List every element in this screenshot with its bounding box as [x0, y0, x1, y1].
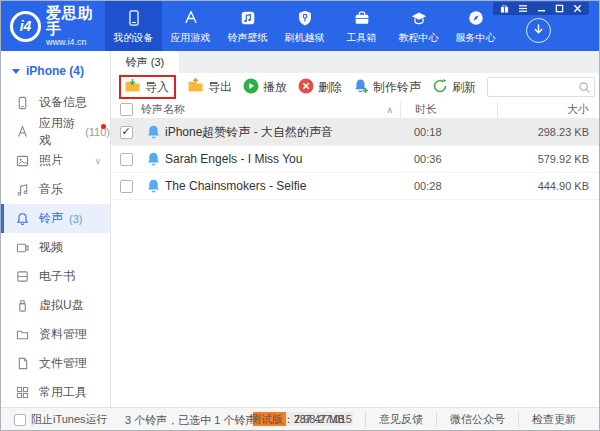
- import-button[interactable]: 导入: [119, 75, 176, 99]
- sidebar: iPhone (4) 设备信息 应用游戏 (110) 照片 ∨ 音乐 铃声 (3…: [1, 51, 111, 407]
- close-icon[interactable]: [573, 4, 582, 13]
- app-logo: i4 爱思助手 www.i4.cn: [1, 1, 105, 51]
- sidebar-item-photos[interactable]: 照片 ∨: [1, 146, 110, 175]
- sort-ascending-icon[interactable]: ∧: [386, 105, 393, 115]
- download-manager-button[interactable]: [526, 18, 551, 43]
- service-compass-icon: [467, 8, 485, 28]
- window-controls: [493, 2, 589, 15]
- jailbreak-shield-icon: [296, 8, 314, 28]
- refresh-icon: [432, 78, 448, 97]
- music-icon: [15, 182, 30, 197]
- ringtone-duration: 00:36: [400, 153, 497, 165]
- ringtone-name: Sarah Engels - I Miss You: [165, 152, 400, 166]
- maximize-icon[interactable]: [555, 4, 564, 13]
- ringtone-duration: 00:18: [400, 126, 497, 138]
- nav-apps-games[interactable]: 应用游戏: [162, 1, 219, 51]
- main-nav: 我的设备 应用游戏 铃声壁纸 刷机越狱 工具箱: [105, 1, 504, 51]
- nav-my-device[interactable]: 我的设备: [105, 1, 162, 51]
- nav-tutorial-center[interactable]: 教程中心: [390, 1, 447, 51]
- appstore-icon: [182, 8, 200, 28]
- import-icon: [124, 78, 141, 96]
- delete-button[interactable]: 删除: [298, 78, 342, 97]
- ringtone-bell-icon: [141, 178, 165, 194]
- check-update-link[interactable]: 检查更新: [518, 412, 589, 427]
- table-header: 铃声名称 ∧ 时长 大小: [111, 101, 599, 119]
- make-ringtone-button[interactable]: 制作铃声: [353, 78, 421, 97]
- delete-icon: [298, 78, 314, 97]
- table-row[interactable]: iPhone超赞铃声 - 大自然的声音 00:18 298.23 KB: [111, 119, 599, 146]
- device-info-icon: [15, 95, 30, 110]
- device-header[interactable]: iPhone (4): [1, 51, 110, 88]
- sidebar-item-music[interactable]: 音乐: [1, 175, 110, 204]
- app-title: 爱思助手: [46, 5, 105, 37]
- block-itunes-checkbox[interactable]: [14, 414, 26, 426]
- tab-ringtones[interactable]: 铃声 (3): [111, 51, 179, 73]
- row-checkbox[interactable]: [120, 126, 133, 139]
- sidebar-item-ebooks[interactable]: 电子书: [1, 262, 110, 291]
- video-icon: [15, 240, 30, 255]
- photos-icon: [15, 153, 30, 168]
- download-arrow-icon: [532, 22, 545, 40]
- collapse-triangle-icon: [12, 69, 20, 74]
- bell-icon: [15, 211, 30, 226]
- column-size-header[interactable]: 大小: [497, 101, 599, 118]
- tab-bar: 铃声 (3): [111, 51, 599, 73]
- device-icon: [125, 8, 143, 28]
- sidebar-item-device-info[interactable]: 设备信息: [1, 88, 110, 117]
- nav-ringtones-wallpapers[interactable]: 铃声壁纸: [219, 1, 276, 51]
- ringtone-size: 579.92 KB: [497, 153, 599, 165]
- toolbar: 导入 导出 播放 删除 制作铃声 刷新: [111, 73, 599, 101]
- menu-icon[interactable]: [518, 4, 528, 13]
- export-icon: [187, 78, 204, 96]
- chevron-down-icon[interactable]: ∨: [94, 156, 101, 166]
- i4-logo-icon: i4: [10, 11, 41, 42]
- file-icon: [15, 356, 30, 371]
- column-duration-header[interactable]: 时长: [400, 101, 497, 118]
- tutorial-cap-icon: [410, 8, 428, 28]
- row-checkbox[interactable]: [120, 180, 133, 193]
- export-button[interactable]: 导出: [187, 78, 232, 96]
- sidebar-item-apps-games[interactable]: 应用游戏 (110): [1, 117, 110, 146]
- sidebar-item-common-tools[interactable]: 常用工具: [1, 378, 110, 407]
- ringtone-duration: 00:28: [400, 180, 497, 192]
- minimize-icon[interactable]: [537, 4, 546, 13]
- sidebar-item-videos[interactable]: 视频: [1, 233, 110, 262]
- ringtone-bell-icon: [141, 151, 165, 167]
- column-name-header[interactable]: 铃声名称: [141, 102, 185, 117]
- table-row[interactable]: Sarah Engels - I Miss You 00:36 579.92 K…: [111, 146, 599, 173]
- table-row[interactable]: The Chainsmokers - Selfie 00:28 444.90 K…: [111, 173, 599, 200]
- notification-dot: [101, 124, 106, 129]
- skin-icon[interactable]: [500, 4, 509, 13]
- nav-flash-jailbreak[interactable]: 刷机越狱: [276, 1, 333, 51]
- sidebar-item-file-management[interactable]: 文件管理: [1, 349, 110, 378]
- usb-drive-icon: [15, 298, 30, 313]
- ringtone-name: iPhone超赞铃声 - 大自然的声音: [165, 124, 400, 141]
- statusbar-links: 测试版：7.98.27.015 意见反馈 微信公众号 检查更新: [237, 412, 589, 427]
- version-label: 测试版：7.98.27.015: [237, 412, 365, 427]
- block-itunes-option[interactable]: 阻止iTunes运行: [14, 412, 108, 427]
- status-bar: 阻止iTunes运行 3 个铃声，已选中 1 个铃声 298.23 K 287.…: [1, 407, 599, 430]
- main-content: 铃声 (3) 导入 导出 播放 删除 制作铃声 刷新: [111, 51, 599, 407]
- feedback-link[interactable]: 意见反馈: [365, 412, 436, 427]
- sidebar-item-data-management[interactable]: 资料管理: [1, 320, 110, 349]
- folder-icon: [15, 327, 30, 342]
- grid-icon: [15, 385, 30, 400]
- sidebar-item-ringtones[interactable]: 铃声 (3): [1, 204, 110, 233]
- wechat-link[interactable]: 微信公众号: [436, 412, 518, 427]
- app-subtitle: www.i4.cn: [46, 37, 105, 47]
- apps-icon: [15, 124, 30, 139]
- nav-toolbox[interactable]: 工具箱: [333, 1, 390, 51]
- row-checkbox[interactable]: [120, 153, 133, 166]
- play-icon: [243, 78, 259, 97]
- book-icon: [15, 269, 30, 284]
- play-button[interactable]: 播放: [243, 78, 287, 97]
- sidebar-item-virtual-usb[interactable]: 虚拟U盘: [1, 291, 110, 320]
- ringtone-bell-icon: [141, 124, 165, 140]
- make-ringtone-icon: [353, 78, 369, 97]
- select-all-checkbox[interactable]: [120, 103, 133, 116]
- search-icon: [578, 80, 591, 98]
- refresh-button[interactable]: 刷新: [432, 78, 476, 97]
- app-header: i4 爱思助手 www.i4.cn 我的设备 应用游戏 铃声壁纸: [1, 1, 599, 51]
- ringtone-name: The Chainsmokers - Selfie: [165, 179, 400, 193]
- search-box: [487, 77, 595, 97]
